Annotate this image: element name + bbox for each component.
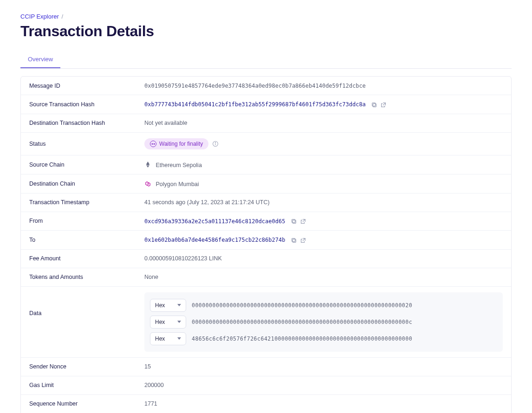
row-from: From 0xcd936a39336a2e2c5a011137e46c8120d… (21, 212, 511, 231)
data-format-select[interactable]: Hex (150, 299, 186, 312)
row-message-id: Message ID 0x0190507591e4857764ede9e3774… (21, 77, 511, 95)
label-sender-nonce: Sender Nonce (29, 363, 144, 370)
row-to: To 0x1e602ba0b6a7de4e4586fea9c175cb22c86… (21, 231, 511, 250)
value-source-tx-hash[interactable]: 0xb777743b414fdb05041c2bf1fbe312ab55f299… (144, 101, 366, 108)
copy-icon[interactable] (371, 102, 377, 108)
data-block: Hex 000000000000000000000000000000000000… (144, 292, 503, 352)
label-source-chain: Source Chain (29, 161, 144, 168)
status-badge: ●● Waiting for finality (144, 138, 208, 149)
value-tx-timestamp: 41 seconds ago (July 12, 2023 at 21:17:2… (144, 199, 270, 206)
label-dest-tx-hash: Destination Transaction Hash (29, 120, 144, 126)
value-dest-chain: Polygon Mumbai (156, 181, 199, 187)
svg-rect-6 (292, 219, 295, 223)
label-message-id: Message ID (29, 83, 144, 89)
value-message-id: 0x0190507591e4857764ede9e37748364a0ed98e… (144, 83, 366, 89)
data-format-select[interactable]: Hex (150, 316, 186, 329)
data-line-1: Hex 000000000000000000000000000000000000… (150, 297, 497, 314)
value-from[interactable]: 0xcd936a39336a2e2c5a011137e46c8120dcae0d… (144, 218, 285, 225)
status-text: Waiting for finality (159, 141, 203, 147)
value-sequence-number: 1771 (144, 400, 157, 407)
tab-overview[interactable]: Overview (20, 51, 60, 68)
label-source-tx-hash: Source Transaction Hash (29, 101, 144, 108)
external-link-icon[interactable] (300, 218, 306, 225)
value-tokens-amounts: None (144, 274, 158, 280)
page-root: CCIP Explorer / Transaction Details Over… (0, 0, 532, 413)
tabs: Overview (20, 51, 512, 69)
data-line-2: Hex 000000000000000000000000000000000000… (150, 314, 497, 330)
page-title: Transaction Details (20, 23, 512, 40)
svg-rect-7 (292, 239, 296, 242)
row-sequence-number: Sequence Number 1771 (21, 395, 511, 413)
label-from: From (29, 218, 144, 224)
row-status: Status ●● Waiting for finality (21, 133, 511, 155)
copy-icon[interactable] (291, 237, 297, 244)
label-tx-timestamp: Transaction Timestamp (29, 199, 144, 206)
details-panel: Message ID 0x0190507591e4857764ede9e3774… (20, 76, 512, 413)
label-dest-chain: Destination Chain (29, 181, 144, 187)
chevron-down-icon (177, 337, 181, 340)
svg-rect-0 (373, 103, 376, 107)
svg-rect-8 (292, 238, 295, 241)
row-source-chain: Source Chain Ethereum Sepolia (21, 155, 511, 174)
label-gas-limit: Gas Limit (29, 382, 144, 388)
svg-rect-1 (372, 103, 376, 106)
external-link-icon[interactable] (380, 102, 387, 108)
label-data: Data (29, 292, 144, 316)
data-format-select[interactable]: Hex (150, 332, 186, 345)
row-fee-amount: Fee Amount 0.000005910810226123 LINK (21, 250, 511, 268)
value-fee-amount: 0.000005910810226123 LINK (144, 255, 222, 262)
value-sender-nonce: 15 (144, 363, 151, 370)
row-tx-timestamp: Transaction Timestamp 41 seconds ago (Ju… (21, 194, 511, 212)
value-dest-tx-hash: Not yet available (144, 120, 187, 126)
row-gas-limit: Gas Limit 200000 (21, 376, 511, 395)
value-source-chain: Ethereum Sepolia (156, 162, 201, 168)
external-link-icon[interactable] (300, 237, 306, 244)
info-icon[interactable] (212, 141, 219, 147)
data-format-label: Hex (155, 302, 165, 309)
chevron-down-icon (177, 321, 181, 323)
row-source-tx-hash: Source Transaction Hash 0xb777743b414fdb… (21, 95, 511, 114)
copy-icon[interactable] (291, 218, 297, 225)
data-hex-3: 48656c6c6f20576f726c64210000000000000000… (192, 336, 412, 342)
svg-point-4 (215, 142, 216, 142)
label-sequence-number: Sequence Number (29, 400, 144, 407)
clock-icon: ●● (150, 141, 156, 147)
row-sender-nonce: Sender Nonce 15 (21, 358, 511, 376)
label-status: Status (29, 141, 144, 147)
data-format-label: Hex (155, 336, 165, 342)
row-dest-tx-hash: Destination Transaction Hash Not yet ava… (21, 114, 511, 133)
ethereum-icon (144, 161, 151, 168)
breadcrumb-root-link[interactable]: CCIP Explorer (20, 13, 59, 20)
value-to[interactable]: 0x1e602ba0b6a7de4e4586fea9c175cb22c86b27… (144, 237, 285, 243)
label-tokens-amounts: Tokens and Amounts (29, 274, 144, 280)
label-fee-amount: Fee Amount (29, 255, 144, 262)
label-to: To (29, 237, 144, 243)
value-dest-chain-wrap: Polygon Mumbai (144, 180, 199, 187)
polygon-icon (144, 180, 151, 187)
breadcrumb: CCIP Explorer / (20, 13, 512, 20)
data-hex-1: 0000000000000000000000000000000000000000… (192, 302, 412, 309)
value-source-chain-wrap: Ethereum Sepolia (144, 161, 202, 168)
row-data: Data Hex 0000000000000000000000000000000… (21, 287, 511, 358)
data-format-label: Hex (155, 319, 165, 325)
svg-rect-5 (292, 220, 296, 224)
breadcrumb-separator: / (61, 13, 63, 20)
data-line-3: Hex 48656c6c6f20576f726c6421000000000000… (150, 330, 497, 347)
data-hex-2: 0000000000000000000000000000000000000000… (192, 319, 412, 325)
row-dest-chain: Destination Chain Polygon Mumbai (21, 174, 511, 194)
value-gas-limit: 200000 (144, 382, 164, 388)
chevron-down-icon (177, 304, 181, 306)
row-tokens-amounts: Tokens and Amounts None (21, 268, 511, 287)
